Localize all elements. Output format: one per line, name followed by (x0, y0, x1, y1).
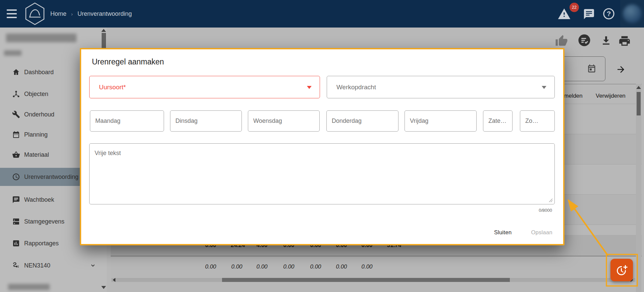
save-button[interactable]: Opslaan (529, 227, 554, 238)
hours-input-donderdag[interactable]: Donderdag (326, 110, 398, 132)
avatar-blur (623, 4, 642, 23)
hours-input-maandag[interactable]: Maandag (90, 110, 164, 132)
placeholder: Zaterdag (483, 117, 507, 125)
dialog-title: Urenregel aanmaken (92, 57, 164, 66)
placeholder: Maandag (90, 117, 120, 125)
app-screen: melden Verwijderen 0.00 24.24 4.00 0.00 … (0, 0, 644, 292)
placeholder: Vrijdag (405, 117, 428, 125)
uursoort-label: Uursoort* (90, 84, 126, 91)
hours-input-dinsdag[interactable]: Dinsdag (170, 110, 242, 132)
uursoort-select[interactable]: Uursoort* (89, 76, 320, 98)
alerts-warning-icon[interactable] (557, 7, 571, 21)
dropdown-arrow-icon (307, 86, 312, 89)
menu-icon[interactable] (7, 9, 17, 18)
dropdown-arrow-icon (542, 86, 546, 89)
breadcrumb-separator-icon: › (71, 11, 73, 17)
breadcrumb-home[interactable]: Home (50, 10, 66, 17)
svg-text:?: ? (607, 10, 611, 17)
notification-badge: 22 (570, 3, 579, 12)
char-counter: 0/8000 (539, 208, 552, 213)
more-time-icon (616, 264, 628, 276)
help-icon[interactable]: ? (602, 7, 615, 20)
placeholder: Woensdag (248, 117, 282, 125)
app-logo-icon[interactable] (24, 2, 46, 26)
top-app-bar: Home › Urenverantwoording 22 ? (0, 0, 644, 28)
avatar[interactable] (620, 0, 644, 28)
werkopdracht-label: Werkopdracht (327, 84, 376, 91)
placeholder: Zondag (520, 117, 541, 125)
breadcrumb-current: Urenverantwoording (77, 10, 132, 17)
add-hours-fab[interactable] (610, 259, 633, 281)
close-button[interactable]: Sluiten (492, 227, 514, 238)
hours-input-vrijdag[interactable]: Vrijdag (405, 110, 477, 132)
placeholder: Donderdag (327, 117, 362, 125)
placeholder: Dinsdag (170, 117, 198, 125)
breadcrumb: Home › Urenverantwoording (50, 0, 132, 28)
placeholder: Vrije tekst (90, 144, 121, 157)
dialog-actions: Sluiten Opslaan (492, 227, 554, 238)
hours-input-zondag[interactable]: Zondag (520, 110, 555, 132)
hours-input-zaterdag[interactable]: Zaterdag (483, 110, 513, 132)
messages-icon[interactable] (583, 8, 595, 20)
hours-input-woensdag[interactable]: Woensdag (248, 110, 320, 132)
free-text-textarea[interactable]: Vrije tekst (89, 143, 555, 204)
resize-handle-icon[interactable] (549, 198, 553, 202)
urenregel-dialog: Urenregel aanmaken Uursoort* Werkopdrach… (80, 48, 565, 245)
werkopdracht-select[interactable]: Werkopdracht (327, 76, 555, 98)
